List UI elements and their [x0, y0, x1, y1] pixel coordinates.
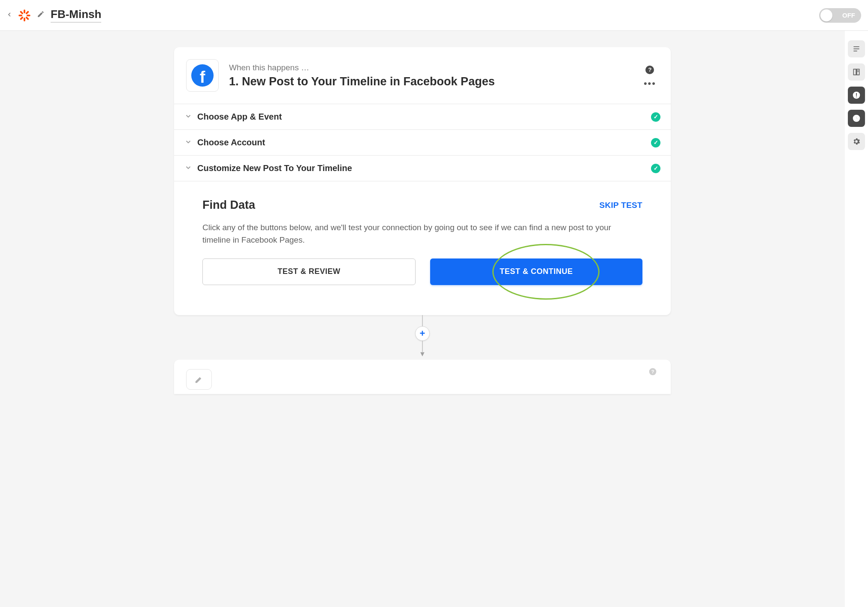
help-icon[interactable]: ?	[648, 367, 657, 378]
app-icon-box: f	[186, 59, 219, 92]
chevron-down-icon	[184, 112, 192, 122]
step-connector: + ▼	[415, 315, 430, 358]
step-header: f When this happens … 1. New Post to You…	[174, 47, 671, 104]
zap-name[interactable]: FB-Minsh	[51, 8, 101, 23]
chevron-down-icon	[184, 164, 192, 173]
book-icon[interactable]	[848, 63, 865, 81]
test-continue-button[interactable]: TEST & CONTINUE	[430, 258, 642, 285]
find-data-title: Find Data	[202, 198, 599, 212]
complete-badge-icon: ✓	[651, 112, 660, 122]
chevron-down-icon	[184, 138, 192, 147]
step-menu-icon[interactable]: •••	[644, 82, 656, 86]
svg-rect-2	[18, 15, 22, 16]
svg-text:?: ?	[651, 369, 654, 374]
edit-name-icon[interactable]	[37, 10, 45, 20]
action-step-card[interactable]: ?	[174, 360, 671, 394]
app-icon-placeholder	[186, 369, 212, 390]
zapier-logo-icon	[18, 9, 31, 22]
step-title: 1. New Post to Your Timeline in Facebook…	[229, 75, 633, 88]
step-eyebrow: When this happens …	[229, 63, 633, 72]
section-label: Customize New Post To Your Timeline	[197, 163, 646, 173]
arrow-down-icon: ▼	[419, 350, 426, 358]
plus-icon: +	[420, 328, 425, 339]
section-choose-account[interactable]: Choose Account ✓	[174, 130, 671, 156]
find-data-panel: Find Data SKIP TEST Click any of the but…	[174, 181, 671, 315]
svg-rect-17	[856, 96, 857, 97]
complete-badge-icon: ✓	[651, 164, 660, 173]
svg-rect-0	[24, 9, 25, 13]
back-button[interactable]	[5, 9, 14, 22]
zap-toggle[interactable]: OFF	[819, 8, 861, 23]
section-choose-app-event[interactable]: Choose App & Event ✓	[174, 104, 671, 130]
add-step-button[interactable]: +	[415, 326, 430, 341]
gear-icon[interactable]	[848, 133, 865, 150]
complete-badge-icon: ✓	[651, 138, 660, 147]
alert-icon[interactable]	[848, 87, 865, 104]
test-review-button[interactable]: TEST & REVIEW	[202, 258, 416, 285]
svg-rect-16	[856, 93, 857, 96]
svg-rect-1	[24, 18, 25, 21]
toggle-label: OFF	[842, 12, 855, 19]
find-data-description: Click any of the buttons below, and we'l…	[202, 221, 623, 246]
svg-rect-4	[25, 10, 29, 14]
skip-test-link[interactable]: SKIP TEST	[599, 201, 642, 210]
section-label: Choose App & Event	[197, 112, 646, 122]
svg-rect-7	[25, 16, 29, 20]
section-customize[interactable]: Customize New Post To Your Timeline ✓	[174, 156, 671, 181]
svg-rect-6	[20, 10, 24, 14]
facebook-icon: f	[191, 64, 214, 87]
toggle-knob	[820, 9, 832, 21]
section-label: Choose Account	[197, 138, 646, 147]
help-icon[interactable]: ?	[645, 66, 654, 74]
trigger-step-card: f When this happens … 1. New Post to You…	[174, 47, 671, 315]
right-rail	[845, 31, 868, 607]
clock-icon[interactable]	[848, 110, 865, 127]
svg-rect-5	[20, 16, 24, 20]
menu-icon[interactable]	[848, 40, 865, 57]
svg-rect-3	[27, 15, 30, 16]
